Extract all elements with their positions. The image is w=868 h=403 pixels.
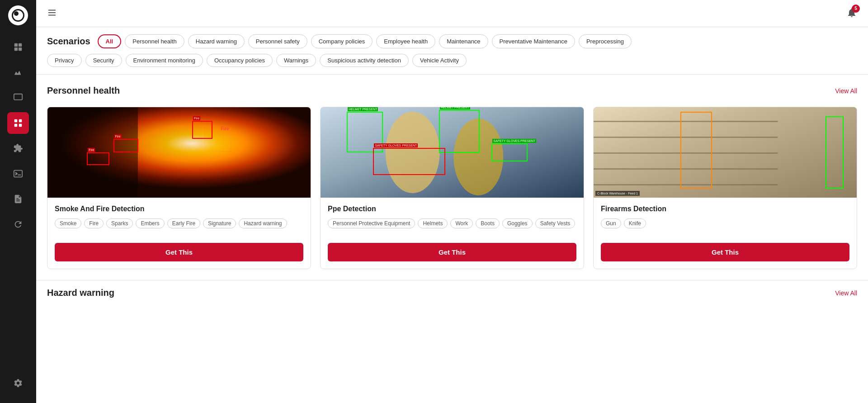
- card-footer-smoke-fire: Get This: [47, 243, 311, 269]
- det-box-ppe-3: SAFETY GLOVES PRESENT: [373, 148, 445, 175]
- chart-icon: [13, 67, 23, 77]
- filter-btn-warnings[interactable]: Warnings: [276, 54, 316, 67]
- filter-btn-environment-monitoring[interactable]: Environment monitoring: [126, 54, 203, 67]
- svg-rect-0: [14, 43, 18, 47]
- tag-ppe: Personnel Protective Equipment: [328, 218, 415, 228]
- get-this-button-firearms[interactable]: Get This: [601, 243, 849, 261]
- filter-btn-vehicle-activity[interactable]: Vehicle Activity: [412, 54, 467, 67]
- section-personnel-health: Personnel health View All: [36, 75, 868, 107]
- tag-smoke: Smoke: [55, 218, 81, 228]
- svg-rect-3: [19, 47, 22, 51]
- notification-button[interactable]: 5: [846, 7, 857, 20]
- sidebar-item-settings[interactable]: [7, 372, 29, 394]
- sidebar-item-analytics[interactable]: [7, 62, 29, 83]
- card-footer-ppe: Get This: [321, 243, 584, 269]
- filter-btn-maintenance[interactable]: Maintenance: [439, 34, 488, 48]
- tag-fire: Fire: [84, 218, 104, 228]
- card-image-ppe: HELMET PRESENT HELMET PRESENT SAFETY GLO…: [321, 107, 584, 198]
- det-label-fire-1: Fire: [114, 134, 122, 138]
- card-tags-firearms: Gun Knife: [601, 218, 849, 228]
- svg-rect-10: [48, 9, 56, 10]
- filter-btn-occupancy-policies[interactable]: Occupancy policies: [207, 54, 273, 67]
- svg-rect-11: [48, 12, 56, 13]
- tag-sparks: Sparks: [106, 218, 133, 228]
- svg-rect-5: [14, 119, 17, 122]
- menu-button[interactable]: [47, 8, 57, 19]
- get-this-button-ppe[interactable]: Get This: [328, 243, 576, 261]
- sidebar-item-apps[interactable]: [7, 112, 29, 134]
- sidebar-item-terminal[interactable]: [7, 163, 29, 185]
- card-body-smoke-fire: Smoke And Fire Detection Smoke Fire Spar…: [47, 198, 311, 243]
- detection-overlay-fire: Fire Fire Fire: [47, 107, 311, 198]
- det-box-person: [680, 112, 712, 189]
- tag-boots: Boots: [476, 218, 500, 228]
- detection-overlay-firearms: [594, 107, 857, 198]
- card-firearms: C-Block Warehouse - Feed 1 Firearms Dete…: [593, 107, 857, 269]
- logo[interactable]: [8, 5, 28, 25]
- tag-work: Work: [450, 218, 473, 228]
- filter-btn-all[interactable]: All: [98, 34, 122, 48]
- card-image-fire: Fire Fire Fire: [47, 107, 311, 198]
- sidebar-item-refresh[interactable]: [7, 213, 29, 235]
- filter-btn-company-policies[interactable]: Company policies: [311, 34, 373, 48]
- sidebar-item-monitor[interactable]: [7, 87, 29, 109]
- card-body-firearms: Firearms Detection Gun Knife: [594, 198, 857, 243]
- terminal-icon: [13, 169, 23, 179]
- sidebar-item-puzzle[interactable]: [7, 137, 29, 159]
- notification-badge: 5: [852, 5, 860, 13]
- tag-knife: Knife: [624, 218, 646, 228]
- det-box-fire-1: Fire: [113, 139, 138, 152]
- tag-safety-vests: Safety Vests: [535, 218, 576, 228]
- apps-icon: [13, 118, 23, 128]
- sidebar-item-dashboard[interactable]: [7, 36, 29, 58]
- filter-btn-privacy[interactable]: Privacy: [47, 54, 82, 67]
- det-label-safety: SAFETY GLOVES PRESENT: [374, 143, 418, 147]
- det-label-helmet-2: HELMET PRESENT: [440, 107, 470, 109]
- header-actions: 5: [846, 7, 857, 20]
- det-box-ppe-2: HELMET PRESENT: [439, 110, 480, 153]
- svg-rect-7: [14, 124, 17, 127]
- filter-btn-preventative-maintenance[interactable]: Preventative Maintenance: [492, 34, 575, 48]
- tag-hazard-warning: Hazard warning: [239, 218, 287, 228]
- det-box-ppe-4: SAFETY GLOVES PRESENT: [491, 143, 528, 161]
- gear-icon: [13, 378, 23, 388]
- tag-embers: Embers: [136, 218, 164, 228]
- filter-btn-employee-health[interactable]: Employee health: [376, 34, 435, 48]
- tag-early-fire: Early Fire: [167, 218, 200, 228]
- filter-btn-preprocessing[interactable]: Preprocessing: [579, 34, 632, 48]
- filter-btn-personnel-safety[interactable]: Personnel safety: [248, 34, 307, 48]
- section-header-hazard-warning: Hazard warning View All: [47, 288, 857, 298]
- header: 5: [36, 0, 868, 27]
- det-box-fire-3: Fire: [87, 152, 109, 165]
- refresh-icon: [13, 219, 23, 229]
- card-tags-smoke-fire: Smoke Fire Sparks Embers Early Fire Sign…: [55, 218, 303, 228]
- filter-btn-hazard-warning[interactable]: Hazard warning: [188, 34, 245, 48]
- hamburger-icon: [47, 8, 57, 18]
- card-body-ppe: Ppe Detection Personnel Protective Equip…: [321, 198, 584, 243]
- tag-signature: Signature: [203, 218, 236, 228]
- svg-rect-12: [48, 14, 56, 15]
- scenarios-bar: Scenarios All Personnel health Hazard wa…: [36, 27, 868, 75]
- det-label-safety-2: SAFETY GLOVES PRESENT: [492, 139, 536, 143]
- section-title-hazard-warning: Hazard warning: [47, 288, 114, 298]
- filter-row-1: All Personnel health Hazard warning Pers…: [98, 34, 632, 48]
- filter-btn-suspicious-activity[interactable]: Suspicious activity detection: [320, 54, 409, 67]
- puzzle-icon: [13, 143, 23, 153]
- det-label-fire-3: Fire: [88, 148, 95, 152]
- det-label-helmet-1: HELMET PRESENT: [348, 107, 378, 111]
- card-footer-firearms: Get This: [594, 243, 857, 269]
- svg-rect-8: [19, 124, 22, 127]
- sidebar: [0, 0, 36, 403]
- card-tags-ppe: Personnel Protective Equipment Helmets W…: [328, 218, 576, 228]
- view-all-hazard-warning[interactable]: View All: [835, 289, 857, 297]
- sidebar-nav: [7, 36, 29, 372]
- view-all-personnel-health[interactable]: View All: [835, 87, 857, 95]
- main-content: 5 Scenarios All Personnel health Hazard …: [36, 0, 868, 403]
- det-box-fire-2: Fire: [192, 121, 212, 139]
- get-this-button-smoke-fire[interactable]: Get This: [55, 243, 303, 261]
- sidebar-item-document[interactable]: [7, 188, 29, 210]
- filter-btn-security[interactable]: Security: [85, 54, 122, 67]
- monitor-icon: [13, 93, 23, 103]
- filter-btn-personnel-health[interactable]: Personnel health: [125, 34, 184, 48]
- svg-rect-6: [19, 119, 22, 122]
